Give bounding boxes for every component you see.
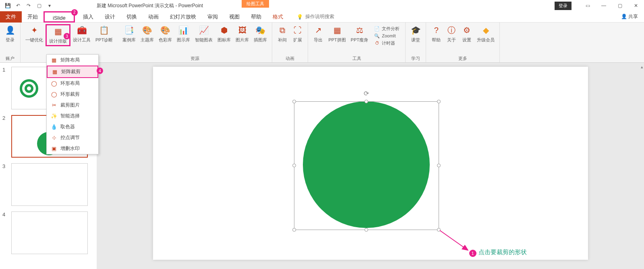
start-show-icon[interactable]: ▢ — [35, 2, 43, 9]
dropdown-ring-crop[interactable]: ◯环形裁剪 — [47, 89, 98, 100]
share-button[interactable]: 👤 共享 — [621, 13, 638, 20]
illust-button[interactable]: 🎭插图库 — [251, 24, 269, 44]
handle-mr[interactable] — [437, 164, 441, 167]
save-icon[interactable]: 💾 — [4, 2, 11, 9]
tab-home[interactable]: 开始 — [22, 11, 43, 23]
slide-thumb-4[interactable]: 4 — [2, 212, 94, 254]
dropdown-matrix-layout[interactable]: ▦矩阵布局 — [47, 55, 98, 66]
handle-bl[interactable] — [292, 228, 296, 232]
help-button[interactable]: ?帮助 — [429, 24, 444, 44]
tab-animation[interactable]: 动画 — [143, 11, 164, 23]
redo-icon[interactable]: ↷ — [25, 2, 32, 9]
wand-icon: ✨ — [51, 113, 57, 119]
login-ribbon-button[interactable]: 👤 登录 — [2, 24, 18, 44]
timer-label: 计时器 — [382, 40, 395, 46]
svg-line-1 — [440, 230, 467, 250]
dropdown-handle-adjust[interactable]: ⊹控点调节 — [47, 132, 98, 143]
design-tools-label: 设计工具 — [73, 37, 91, 43]
tab-insert[interactable]: 插入 — [77, 11, 99, 23]
tab-design[interactable]: 设计 — [99, 11, 121, 23]
group-animation: ⧉补间 ⛶扩展 动画 — [272, 23, 308, 62]
slide-canvas[interactable]: ⟳ 1 点击要裁剪的形状 — [153, 67, 588, 260]
tab-format[interactable]: 格式 — [267, 11, 289, 23]
close-icon[interactable]: ✕ — [628, 0, 644, 11]
login-button[interactable]: 登录 — [555, 2, 572, 10]
cases-button[interactable]: 📑案例库 — [120, 24, 138, 44]
annotation-badge-3: 3 — [64, 33, 70, 39]
tab-islide[interactable]: iSlide 2 — [43, 11, 75, 23]
collapse-ribbon-icon[interactable]: ▴ — [641, 64, 643, 70]
class-button[interactable]: 🎓课堂 — [408, 24, 423, 44]
tab-help[interactable]: 帮助 — [245, 11, 267, 23]
smart-chart-button[interactable]: 📈智能图表 — [193, 24, 215, 44]
icons-button[interactable]: ⬢图标库 — [215, 24, 233, 44]
oneclick-optimize-button[interactable]: ✦ 一键优化 — [23, 24, 46, 44]
charts-button[interactable]: 📊图示库 — [174, 24, 193, 44]
dropdown-ring-layout[interactable]: ◯环形布局 — [47, 78, 98, 89]
tell-me-search[interactable]: 💡 操作说明搜索 — [297, 13, 334, 20]
supplement-button[interactable]: ⧉补间 — [275, 24, 290, 44]
colors-button[interactable]: 🎨色彩库 — [156, 24, 174, 44]
smart-icon: 📈 — [199, 25, 209, 35]
user-icon: 👤 — [5, 25, 15, 35]
qat-dropdown-icon[interactable]: ▾ — [46, 2, 53, 9]
tab-review[interactable]: 审阅 — [202, 11, 224, 23]
chart-icon: 📊 — [178, 25, 189, 35]
ppt-diagnose-button[interactable]: 📋 PPT诊断 — [93, 24, 115, 44]
tab-islide-label: iSlide — [53, 15, 66, 21]
rotate-handle[interactable]: ⟳ — [364, 90, 369, 97]
canvas-area[interactable]: ⟳ 1 点击要裁剪的形状 — [97, 63, 644, 269]
dropdown-smart-select[interactable]: ✨智能选择 — [47, 111, 98, 121]
design-layout-button[interactable]: ▦ 设计排版 3 — [46, 24, 70, 46]
dropdown-watermark[interactable]: ▣增删水印 — [47, 143, 98, 154]
images-button[interactable]: 🖼图片库 — [233, 24, 251, 44]
export-button[interactable]: ↗导出 — [311, 24, 326, 44]
upgrade-label: 升级会员 — [477, 37, 495, 43]
zoomit-button[interactable]: 🔍ZoomIt — [372, 32, 401, 39]
slide-number: 2 — [2, 115, 8, 121]
settings-button[interactable]: ⚙设置 — [459, 24, 474, 44]
file-analyze-button[interactable]: 📄文件分析 — [372, 25, 401, 32]
timer-icon: ⏱ — [374, 40, 380, 46]
quick-access-toolbar: 💾 ↶ ↷ ▢ ▾ — [0, 2, 53, 9]
thumb-4[interactable] — [11, 212, 88, 254]
extend-icon: ⛶ — [292, 25, 303, 35]
timer-button[interactable]: ⏱计时器 — [372, 39, 401, 47]
about-button[interactable]: ⓘ关于 — [444, 24, 459, 44]
settings-label: 设置 — [462, 37, 471, 43]
tab-view[interactable]: 视图 — [224, 11, 245, 23]
zoom-icon: 🔍 — [374, 33, 380, 39]
handle-bc[interactable] — [364, 228, 368, 232]
handle-tc[interactable] — [364, 100, 368, 103]
dropdown-label: 控点调节 — [60, 134, 80, 141]
share-label: 共享 — [628, 14, 638, 19]
gear-icon: ⚙ — [462, 25, 472, 35]
drawing-tools-context[interactable]: 绘图工具 — [242, 0, 269, 8]
tab-file[interactable]: 文件 — [0, 11, 22, 23]
icons-icon: ⬢ — [219, 25, 230, 35]
maximize-icon[interactable]: ▢ — [612, 0, 628, 11]
tab-transition[interactable]: 切换 — [121, 11, 143, 23]
dropdown-crop-image[interactable]: ✂裁剪图片 — [47, 100, 98, 111]
thumb-3[interactable] — [11, 163, 88, 206]
tab-slideshow[interactable]: 幻灯片放映 — [164, 11, 202, 23]
puzzle-button[interactable]: ▦PPT拼图 — [326, 24, 348, 44]
extend-button[interactable]: ⛶扩展 — [290, 24, 305, 44]
handle-tr[interactable] — [437, 100, 441, 103]
oneclick-label: 一键优化 — [25, 37, 43, 43]
design-tools-button[interactable]: 🧰 设计工具 — [70, 24, 93, 44]
share-icon: 👤 — [621, 14, 627, 19]
ribbon-options-icon[interactable]: ▭ — [580, 0, 596, 11]
dropdown-color-picker[interactable]: 💧取色器 — [47, 121, 98, 132]
slide-thumb-3[interactable]: 3 — [2, 163, 94, 206]
magic-icon: ✦ — [29, 25, 39, 35]
diet-button[interactable]: ⚖PPT瘦身 — [348, 24, 371, 44]
dropdown-matrix-crop[interactable]: ▦ 矩阵裁剪 4 — [47, 66, 98, 78]
handle-ml[interactable] — [292, 164, 296, 167]
undo-icon[interactable]: ↶ — [14, 2, 22, 9]
themes-button[interactable]: 🎨主题库 — [138, 24, 156, 44]
minimize-icon[interactable]: — — [596, 0, 612, 11]
upgrade-button[interactable]: ◆升级会员 — [474, 24, 497, 44]
themes-icon: 🎨 — [142, 25, 153, 35]
handle-tl[interactable] — [292, 100, 296, 103]
